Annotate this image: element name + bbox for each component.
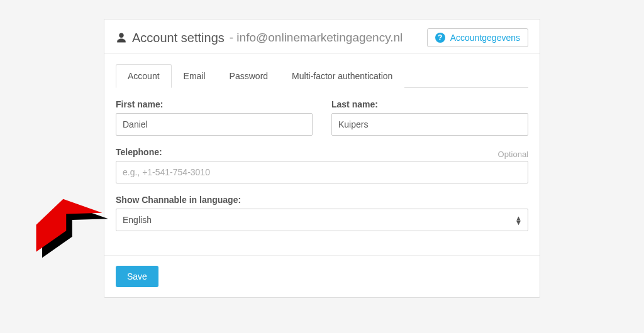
panel-footer: Save bbox=[104, 255, 540, 297]
panel-body: Account Email Password Multi-factor auth… bbox=[104, 63, 540, 255]
question-icon: ? bbox=[435, 33, 445, 43]
user-icon bbox=[116, 32, 127, 43]
last-name-label: Last name: bbox=[331, 99, 528, 109]
telephone-optional: Optional bbox=[498, 150, 528, 159]
svg-marker-1 bbox=[36, 199, 103, 252]
tab-password[interactable]: Password bbox=[218, 64, 280, 88]
telephone-input[interactable] bbox=[116, 161, 528, 183]
tab-mfa[interactable]: Multi-factor authentication bbox=[280, 64, 404, 88]
telephone-label: Telephone: bbox=[116, 147, 162, 157]
tab-label: Account bbox=[128, 71, 160, 81]
save-button[interactable]: Save bbox=[116, 266, 158, 287]
last-name-input[interactable] bbox=[331, 113, 528, 136]
page-title-text: Account settings bbox=[132, 31, 225, 45]
help-button[interactable]: ? Accountgegevens bbox=[427, 28, 528, 47]
tabs: Account Email Password Multi-factor auth… bbox=[116, 63, 528, 88]
tab-account[interactable]: Account bbox=[116, 64, 172, 88]
page-subtitle: - info@onlinemarketingagency.nl bbox=[230, 31, 403, 45]
help-button-label: Accountgegevens bbox=[450, 33, 520, 43]
tab-label: Email bbox=[184, 71, 206, 81]
page-title: Account settings - info@onlinemarketinga… bbox=[116, 31, 402, 45]
arrow-annotation-icon bbox=[28, 195, 110, 261]
account-settings-panel: Account settings - info@onlinemarketinga… bbox=[104, 19, 540, 298]
tab-label: Multi-factor authentication bbox=[292, 71, 392, 81]
first-name-label: First name: bbox=[116, 99, 313, 109]
save-button-label: Save bbox=[127, 271, 147, 281]
tab-email[interactable]: Email bbox=[172, 64, 218, 88]
first-name-input[interactable] bbox=[116, 113, 313, 136]
language-label: Show Channable in language: bbox=[116, 195, 528, 205]
language-select[interactable]: English bbox=[116, 209, 528, 231]
svg-marker-0 bbox=[42, 205, 108, 258]
tab-label: Password bbox=[230, 71, 268, 81]
panel-header: Account settings - info@onlinemarketinga… bbox=[104, 19, 540, 54]
